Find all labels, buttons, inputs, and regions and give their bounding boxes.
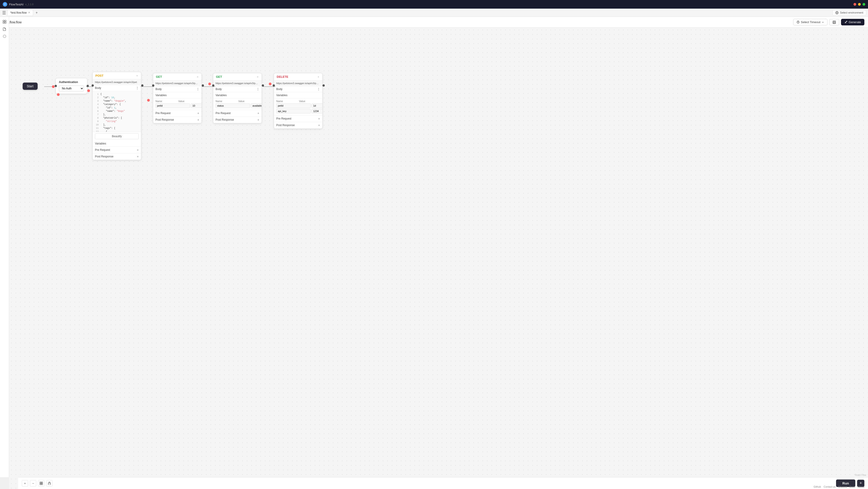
svg-rect-1 <box>2 12 6 13</box>
sidebar-toggle[interactable] <box>2 11 6 14</box>
close-button[interactable] <box>854 3 856 6</box>
sidebar-layers-icon[interactable] <box>1 19 8 25</box>
tab-close-icon[interactable]: ✕ <box>28 11 30 14</box>
svg-rect-11 <box>5 22 6 23</box>
svg-rect-9 <box>5 20 6 22</box>
generate-label: Generate <box>849 21 861 24</box>
tab-test-flow[interactable]: *test.flow.flow ✕ <box>7 9 33 16</box>
generate-button[interactable]: Generate <box>841 19 864 25</box>
maximize-button[interactable] <box>863 3 865 6</box>
tab-label: *test.flow.flow <box>10 11 27 14</box>
select-env-label: Select environment <box>840 11 863 14</box>
tab-bar: *test.flow.flow ✕ + Select environment <box>0 9 868 17</box>
sidebar-file-icon[interactable] <box>1 26 8 28</box>
title-bar: F FlowTestAI v_1.1.0 <box>0 0 868 9</box>
left-sidebar <box>0 17 9 28</box>
svg-rect-10 <box>3 22 4 23</box>
minimize-button[interactable] <box>858 3 861 6</box>
tab-add-button[interactable]: + <box>34 10 39 16</box>
svg-rect-8 <box>3 20 4 22</box>
app-version: v_1.1.0 <box>25 3 34 6</box>
select-timeout-button[interactable]: Select Timeout <box>793 19 828 25</box>
select-environment-button[interactable]: Select environment <box>832 10 866 16</box>
svg-rect-2 <box>2 14 6 14</box>
toolbar: test.flow.flow Select Timeout Generate <box>0 17 868 28</box>
svg-rect-0 <box>2 11 6 11</box>
save-button[interactable] <box>829 19 839 25</box>
filename-label: test.flow.flow <box>4 21 792 24</box>
select-timeout-label: Select Timeout <box>801 21 820 24</box>
app-icon: F <box>3 2 7 7</box>
app-name: FlowTestAI <box>9 3 24 6</box>
svg-rect-7 <box>833 23 835 23</box>
window-controls <box>854 3 865 6</box>
